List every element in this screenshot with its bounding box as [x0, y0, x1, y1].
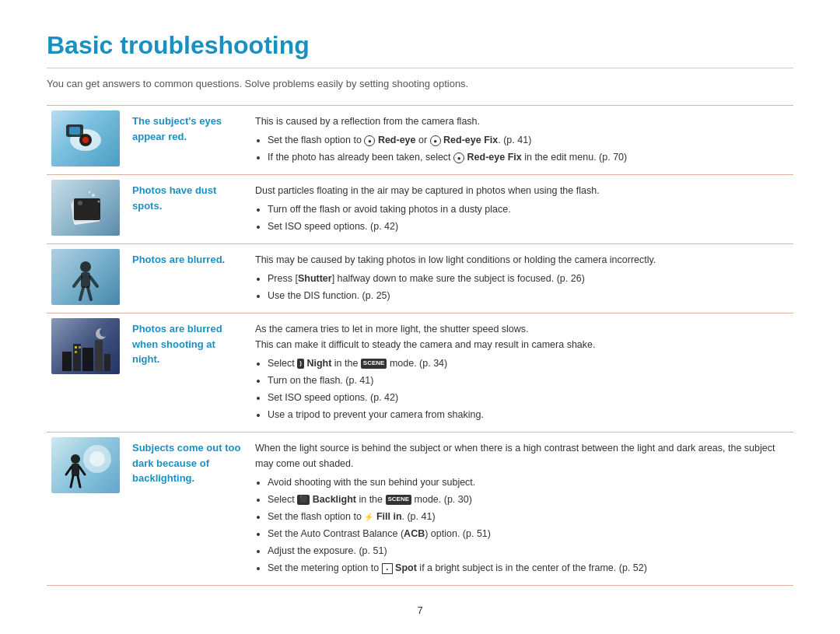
svg-rect-4 [69, 127, 80, 135]
svg-line-15 [90, 277, 97, 286]
table-row: Subjects come out too dark because of ba… [47, 433, 793, 586]
svg-rect-21 [95, 340, 103, 371]
row-desc-redeye: This is caused by a reflection from the … [249, 106, 793, 175]
row-image-night [47, 313, 124, 433]
svg-line-14 [74, 277, 81, 286]
row-label-redeye: The subject's eyes appear red. [124, 106, 249, 175]
table-row: Photos have dust spots. Dust particles f… [47, 175, 793, 244]
svg-point-10 [98, 201, 100, 203]
svg-point-8 [78, 201, 82, 205]
page-subtitle: You can get answers to common questions.… [47, 78, 793, 89]
svg-point-12 [80, 261, 91, 272]
svg-rect-18 [62, 352, 72, 371]
page-title: Basic troubleshooting [47, 31, 793, 68]
svg-line-35 [78, 476, 80, 487]
svg-point-27 [100, 328, 109, 337]
row-label-night: Photos are blurred when shooting at nigh… [124, 313, 249, 433]
row-label-backlight: Subjects come out too dark because of ba… [124, 433, 249, 586]
table-row: The subject's eyes appear red. This is c… [47, 106, 793, 175]
svg-point-29 [89, 451, 105, 467]
troubleshooting-table: The subject's eyes appear red. This is c… [47, 105, 793, 586]
svg-rect-25 [75, 351, 77, 353]
svg-line-34 [71, 476, 73, 487]
svg-line-16 [80, 288, 83, 299]
row-image-redeye [47, 106, 124, 175]
svg-line-17 [88, 288, 91, 299]
table-row: Photos are blurred. This may be caused b… [47, 244, 793, 313]
row-label-dust: Photos have dust spots. [124, 175, 249, 244]
row-desc-dust: Dust particles floating in the air may b… [249, 175, 793, 244]
table-row: Photos are blurred when shooting at nigh… [47, 313, 793, 433]
svg-rect-7 [74, 198, 100, 220]
svg-rect-13 [81, 272, 90, 288]
row-image-backlight [47, 433, 124, 586]
svg-rect-22 [104, 354, 110, 371]
svg-point-11 [89, 191, 91, 194]
row-desc-blur: This may be caused by taking photos in l… [249, 244, 793, 313]
svg-point-2 [82, 137, 89, 143]
svg-rect-20 [82, 348, 93, 371]
row-desc-backlight: When the light source is behind the subj… [249, 433, 793, 586]
svg-rect-23 [75, 346, 77, 349]
svg-rect-24 [79, 346, 81, 349]
svg-point-9 [92, 194, 95, 197]
svg-line-33 [79, 467, 85, 475]
row-desc-night: As the camera tries to let in more light… [249, 313, 793, 433]
row-label-blur: Photos are blurred. [124, 244, 249, 313]
row-image-dust [47, 175, 124, 244]
svg-rect-31 [72, 464, 79, 476]
svg-point-30 [71, 454, 80, 464]
svg-line-32 [66, 467, 72, 475]
page-number: 7 [47, 604, 793, 616]
row-image-blur [47, 244, 124, 313]
